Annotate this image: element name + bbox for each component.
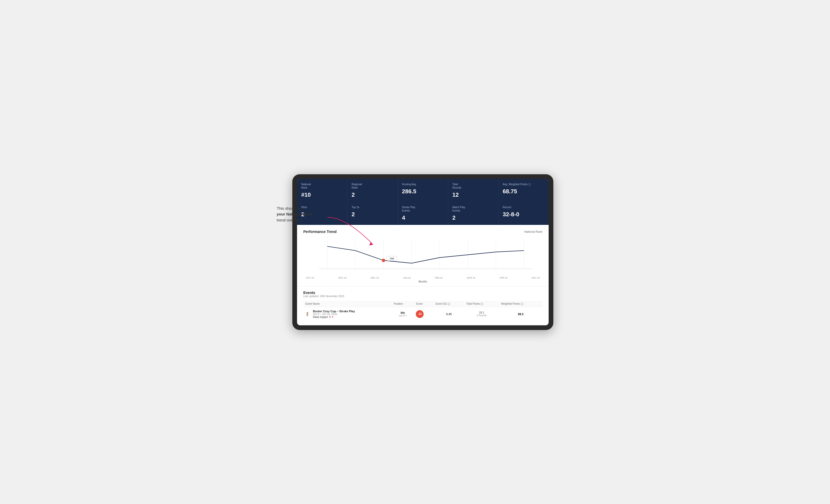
stat-total-rounds-label: TotalRounds [452,182,494,190]
stat-top3s: Top 3s 2 [347,202,397,225]
event-sg: 0.45 [434,307,464,321]
stat-total-rounds: TotalRounds 12 [448,179,498,202]
col-weighted-points: Weighted Points i [499,301,542,307]
stat-national-rank-label: NationalRank [301,182,343,190]
event-weighted-points: 28.3 [499,307,542,321]
performance-subtitle: National Rank [524,230,542,233]
stat-avg-weighted-value: 68.75 [503,188,544,195]
tooltip-annotation: This shows you your National Rank trend … [277,206,312,223]
svg-text:#10: #10 [390,257,394,260]
stat-avg-weighted-label: Avg. Weighted Points i [503,182,544,186]
event-icon-golf: 🏌️ [306,312,310,316]
performance-section: Performance Trend National Rank [297,225,549,287]
chart-svg: #10 [303,238,542,274]
stat-stroke-play-label: Stroke PlayEvents [402,206,444,212]
stat-record-value: 32-8-0 [503,211,544,218]
event-position: 6th out of 7 [392,307,414,321]
stat-match-play-label: Match PlayEvents [452,206,494,212]
info-icon-weighted-points[interactable]: i [521,303,523,305]
event-row-1: 🏌️ Buster Cozy Cup – Stroke Play Oct 9 –… [303,307,542,321]
total-points-value: 28.3 [467,311,497,314]
x-label-jan24: JAN 24 [403,276,411,279]
tablet-screen: NationalRank #10 RegionalRank 2 Scoring … [297,179,549,325]
event-cell-name: 🏌️ Buster Cozy Cup – Stroke Play Oct 9 –… [303,307,392,321]
tooltip-line3: trend over time [277,218,303,222]
stat-top3s-label: Top 3s [352,206,393,209]
stat-scoring-avg-label: Scoring Avg. [402,182,444,186]
stat-top3s-value: 2 [352,211,393,218]
stat-national-rank: NationalRank #10 [297,179,347,202]
x-label-apr24: APR 24 [499,276,507,279]
x-label-dec23: DEC 23 [371,276,379,279]
x-label-mar24: MAR 24 [467,276,475,279]
tooltip-line1: This shows you [277,206,304,210]
event-score: -22 [414,307,434,321]
chart-x-labels: OCT 23 NOV 23 DEC 23 JAN 24 FEB 24 MAR 2… [303,276,542,279]
event-name-text: Buster Cozy Cup – Stroke Play [313,310,355,313]
events-last-updated: Last updated: 24th November 2023 [303,295,542,298]
outer-container: This shows you your National Rank trend … [277,174,553,330]
info-icon-avg-weighted[interactable]: i [528,183,531,186]
stat-scoring-avg-value: 286.5 [402,188,444,195]
x-label-nov23: NOV 23 [338,276,347,279]
info-icon-total-points[interactable]: i [480,303,483,305]
total-rounds-sub: 3 Rounds [467,314,497,317]
stat-regional-rank-label: RegionalRank [352,182,393,190]
tablet-frame: NationalRank #10 RegionalRank 2 Scoring … [292,174,553,330]
stat-record: Record 32-8-0 [499,202,549,225]
x-label-oct23: OCT 23 [306,276,314,279]
stat-regional-rank: RegionalRank 2 [347,179,397,202]
chart-datapoint [382,259,385,262]
position-sub: out of 7 [394,314,412,317]
stat-scoring-avg: Scoring Avg. 286.5 [398,179,448,202]
stat-avg-weighted-points: Avg. Weighted Points i 68.75 [499,179,549,202]
stats-row-1: NationalRank #10 RegionalRank 2 Scoring … [297,179,549,202]
col-total-points: Total Points i [464,301,499,307]
x-label-feb24: FEB 24 [435,276,443,279]
events-title: Events [303,291,542,295]
stats-row-2: Wins 2 Top 3s 2 Stroke PlayEvents 4 Matc… [297,202,549,225]
col-event-sg: Event SG i [434,301,464,307]
performance-header: Performance Trend National Rank [303,230,542,234]
stat-stroke-play-value: 4 [402,214,444,221]
performance-title: Performance Trend [303,230,337,234]
event-date: Oct 9 – Oct 10, 2023 [313,313,355,316]
score-badge: -22 [416,310,424,318]
stat-total-rounds-value: 12 [452,192,494,198]
rank-impact: Rank Impact: 3 ▼ [313,316,355,318]
events-table: Event Name Position Score Event SG i Tot… [303,301,542,321]
col-score: Score [414,301,434,307]
col-event-name: Event Name [303,301,392,307]
stat-regional-rank-value: 2 [352,192,393,198]
stat-match-play-value: 2 [452,214,494,221]
events-table-header: Event Name Position Score Event SG i Tot… [303,301,542,307]
position-text: 6th [394,311,412,314]
stat-record-label: Record [503,206,544,209]
content-area: NationalRank #10 RegionalRank 2 Scoring … [297,179,549,325]
col-position: Position [392,301,414,307]
performance-chart: #10 [303,238,542,274]
info-icon-event-sg[interactable]: i [448,303,450,305]
stat-stroke-play: Stroke PlayEvents 4 [398,202,448,225]
rank-impact-arrow: ▼ [331,316,334,318]
chart-x-title: Months [303,280,542,283]
event-total-points: 28.3 3 Rounds [464,307,499,321]
tooltip-line2: your National Rank [277,212,312,216]
events-section: Events Last updated: 24th November 2023 … [297,287,549,325]
stat-match-play: Match PlayEvents 2 [448,202,498,225]
stat-national-rank-value: #10 [301,192,343,198]
weighted-points-value: 28.3 [518,312,523,316]
x-label-may24: MAY 24 [532,276,540,279]
